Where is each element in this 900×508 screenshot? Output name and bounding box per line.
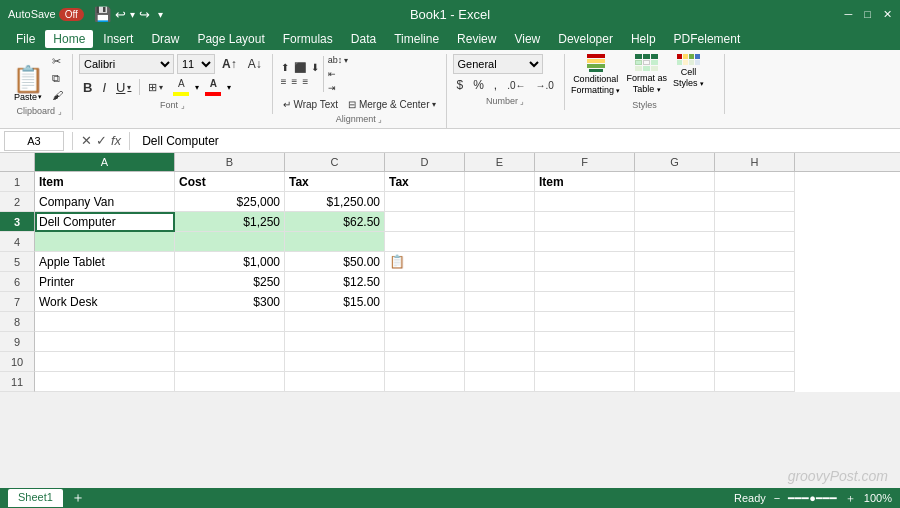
- list-item[interactable]: [385, 372, 465, 392]
- list-item[interactable]: [535, 232, 635, 252]
- list-item[interactable]: [385, 192, 465, 212]
- conditional-formatting-button[interactable]: ConditionalFormatting ▾: [571, 54, 621, 96]
- menu-file[interactable]: File: [8, 30, 43, 48]
- list-item[interactable]: [535, 332, 635, 352]
- list-item[interactable]: [715, 212, 795, 232]
- decrease-font-button[interactable]: A↓: [244, 55, 266, 73]
- underline-button[interactable]: U ▾: [112, 78, 135, 97]
- border-button[interactable]: ⊞ ▾: [144, 79, 167, 96]
- col-header-f[interactable]: F: [535, 153, 635, 171]
- align-middle-button[interactable]: ⬛: [292, 61, 308, 74]
- list-item[interactable]: $300: [175, 292, 285, 312]
- menu-formulas[interactable]: Formulas: [275, 30, 341, 48]
- list-item[interactable]: Tax: [285, 172, 385, 192]
- list-item[interactable]: [635, 352, 715, 372]
- align-center-button[interactable]: ≡: [290, 75, 300, 88]
- list-item[interactable]: [385, 212, 465, 232]
- indent-decrease-button[interactable]: ⇤: [326, 68, 351, 80]
- font-name-select[interactable]: Calibri: [79, 54, 174, 74]
- list-item[interactable]: [465, 352, 535, 372]
- list-item[interactable]: [285, 352, 385, 372]
- percent-button[interactable]: %: [469, 76, 488, 94]
- paste-button[interactable]: 📋 Paste ▾: [12, 66, 44, 102]
- list-item[interactable]: [35, 372, 175, 392]
- list-item[interactable]: [715, 192, 795, 212]
- orientation-button[interactable]: ab↕ ▾: [326, 54, 351, 66]
- list-item[interactable]: $15.00: [285, 292, 385, 312]
- list-item[interactable]: [35, 352, 175, 372]
- list-item[interactable]: [285, 372, 385, 392]
- list-item[interactable]: [385, 232, 465, 252]
- col-header-a[interactable]: A: [35, 153, 175, 171]
- row-number-7[interactable]: 7: [0, 292, 35, 312]
- align-left-button[interactable]: ≡: [279, 75, 289, 88]
- indent-increase-button[interactable]: ⇥: [326, 82, 351, 94]
- list-item[interactable]: [285, 232, 385, 252]
- list-item[interactable]: [465, 212, 535, 232]
- merge-center-button[interactable]: ⊟ Merge & Center ▾: [344, 97, 439, 112]
- list-item[interactable]: 📋: [385, 252, 465, 272]
- list-item[interactable]: [635, 372, 715, 392]
- sheet-tab[interactable]: Sheet1: [8, 489, 63, 507]
- col-header-g[interactable]: G: [635, 153, 715, 171]
- list-item[interactable]: [715, 372, 795, 392]
- menu-page-layout[interactable]: Page Layout: [189, 30, 272, 48]
- list-item[interactable]: [465, 172, 535, 192]
- list-item[interactable]: [285, 332, 385, 352]
- zoom-in-button[interactable]: ＋: [845, 491, 856, 506]
- fill-color-button[interactable]: A: [169, 76, 193, 98]
- list-item[interactable]: [635, 192, 715, 212]
- list-item[interactable]: Item: [35, 172, 175, 192]
- row-number-2[interactable]: 2: [0, 192, 35, 212]
- row-number-8[interactable]: 8: [0, 312, 35, 332]
- list-item[interactable]: $1,000: [175, 252, 285, 272]
- list-item[interactable]: [385, 312, 465, 332]
- list-item[interactable]: [385, 332, 465, 352]
- list-item[interactable]: Company Van: [35, 192, 175, 212]
- list-item[interactable]: Tax: [385, 172, 465, 192]
- cell-styles-button[interactable]: CellStyles ▾: [673, 54, 704, 89]
- bold-button[interactable]: B: [79, 78, 96, 97]
- font-color-dropdown[interactable]: ▾: [227, 83, 231, 92]
- list-item[interactable]: [385, 292, 465, 312]
- list-item[interactable]: $1,250: [175, 212, 285, 232]
- row-number-4[interactable]: 4: [0, 232, 35, 252]
- list-item[interactable]: [715, 172, 795, 192]
- list-item[interactable]: [175, 352, 285, 372]
- zoom-out-button[interactable]: −: [774, 492, 780, 504]
- italic-button[interactable]: I: [98, 78, 110, 97]
- list-item[interactable]: $25,000: [175, 192, 285, 212]
- list-item[interactable]: [465, 292, 535, 312]
- menu-insert[interactable]: Insert: [95, 30, 141, 48]
- row-number-1[interactable]: 1: [0, 172, 35, 192]
- list-item[interactable]: [535, 252, 635, 272]
- list-item[interactable]: [35, 332, 175, 352]
- list-item[interactable]: [535, 192, 635, 212]
- list-item[interactable]: $1,250.00: [285, 192, 385, 212]
- font-size-select[interactable]: 11: [177, 54, 215, 74]
- list-item[interactable]: [385, 352, 465, 372]
- autosave-toggle[interactable]: Off: [59, 8, 84, 21]
- list-item[interactable]: Cost: [175, 172, 285, 192]
- menu-data[interactable]: Data: [343, 30, 384, 48]
- currency-button[interactable]: $: [453, 76, 468, 94]
- list-item[interactable]: [465, 332, 535, 352]
- list-item[interactable]: [635, 332, 715, 352]
- formula-input[interactable]: [138, 134, 896, 148]
- confirm-icon[interactable]: ✓: [96, 133, 107, 148]
- col-header-c[interactable]: C: [285, 153, 385, 171]
- menu-timeline[interactable]: Timeline: [386, 30, 447, 48]
- number-format-select[interactable]: General: [453, 54, 543, 74]
- cancel-icon[interactable]: ✕: [81, 133, 92, 148]
- list-item[interactable]: [635, 272, 715, 292]
- increase-font-button[interactable]: A↑: [218, 55, 241, 73]
- list-item[interactable]: [715, 252, 795, 272]
- col-header-d[interactable]: D: [385, 153, 465, 171]
- list-item[interactable]: [535, 212, 635, 232]
- col-header-e[interactable]: E: [465, 153, 535, 171]
- list-item[interactable]: [175, 332, 285, 352]
- increase-decimal-button[interactable]: →.0: [532, 78, 558, 93]
- menu-pdfelement[interactable]: PDFelement: [666, 30, 749, 48]
- list-item[interactable]: [535, 372, 635, 392]
- list-item[interactable]: [715, 332, 795, 352]
